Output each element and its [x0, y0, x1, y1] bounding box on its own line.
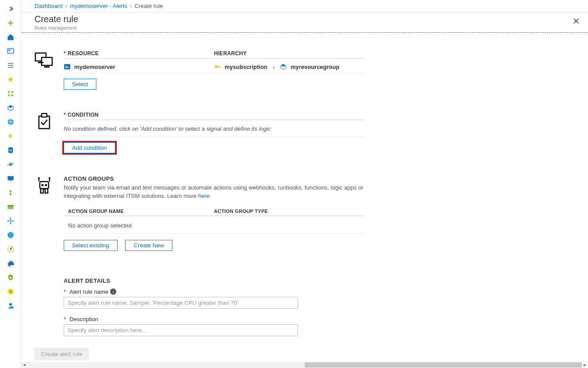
- action-groups-empty: No action group selected: [64, 216, 364, 234]
- dashboard-icon[interactable]: [0, 44, 21, 58]
- storage-accounts-icon[interactable]: [0, 200, 21, 214]
- virtual-machines-icon[interactable]: [0, 171, 21, 186]
- svg-point-19: [10, 223, 11, 224]
- cosmos-db-icon[interactable]: [0, 157, 21, 171]
- resource-section: *RESOURCE HIERARCHY My mydemoserver mysu…: [34, 50, 569, 90]
- breadcrumb-dashboard[interactable]: Dashboard: [34, 3, 63, 9]
- chevron-right-icon: ›: [273, 64, 275, 70]
- load-balancers-icon[interactable]: [0, 186, 21, 200]
- svg-rect-12: [10, 180, 12, 181]
- svg-point-17: [13, 220, 14, 222]
- svg-rect-39: [42, 114, 47, 117]
- subscription-key-icon: [214, 63, 221, 70]
- svg-rect-31: [38, 62, 43, 63]
- footer-bar: Create alert rule: [21, 346, 588, 362]
- virtual-networks-icon[interactable]: [0, 214, 21, 228]
- breadcrumb-server-alerts[interactable]: mydemoserver - Alerts: [70, 3, 127, 9]
- all-services-icon[interactable]: [0, 58, 21, 72]
- all-resources-icon[interactable]: [0, 87, 21, 101]
- svg-rect-40: [40, 182, 49, 189]
- svg-point-28: [11, 306, 14, 309]
- mysql-server-icon: My: [64, 63, 71, 70]
- svg-rect-11: [8, 176, 14, 180]
- condition-section: *CONDITION No condition defined, click o…: [34, 112, 569, 153]
- svg-rect-37: [219, 66, 220, 68]
- cost-management-icon[interactable]: $: [0, 285, 21, 299]
- svg-point-21: [10, 249, 11, 250]
- svg-point-44: [38, 177, 40, 179]
- svg-rect-4: [8, 95, 10, 97]
- action-groups-description: Notify your team via email and text mess…: [64, 184, 364, 201]
- chevron-right-icon: ›: [130, 3, 132, 9]
- expand-rail-button[interactable]: [0, 2, 21, 16]
- learn-more-link[interactable]: here: [198, 193, 210, 199]
- svg-rect-0: [8, 49, 14, 53]
- svg-rect-5: [11, 95, 14, 97]
- action-groups-section-icon: [34, 175, 55, 251]
- svg-rect-2: [8, 91, 10, 93]
- svg-rect-47: [41, 189, 43, 193]
- azure-ad-icon[interactable]: [0, 228, 21, 242]
- security-center-icon[interactable]: [0, 270, 21, 285]
- main-content: *RESOURCE HIERARCHY My mydemoserver mysu…: [21, 33, 583, 347]
- svg-point-42: [45, 184, 47, 186]
- breadcrumb-bar: Dashboard › mydemoserver - Alerts › Crea…: [21, 0, 588, 12]
- condition-header: *CONDITION: [64, 112, 99, 118]
- hierarchy-header: HIERARCHY: [214, 50, 364, 57]
- sql-databases-icon[interactable]: SQL: [0, 143, 21, 157]
- select-resource-button[interactable]: Select: [64, 79, 96, 90]
- horizontal-scrollbar[interactable]: ◄ ►: [21, 362, 588, 368]
- alert-details-section: ALERT DETAILS *Alert rule name i *Descri…: [34, 277, 569, 336]
- condition-empty-text: No condition defined, click on 'Add cond…: [64, 120, 364, 137]
- svg-rect-48: [45, 189, 48, 193]
- scroll-left-arrow-icon[interactable]: ◄: [21, 362, 27, 368]
- alert-rule-name-input[interactable]: [64, 297, 298, 309]
- advisor-icon[interactable]: [0, 256, 21, 270]
- svg-point-46: [49, 177, 50, 179]
- favorites-icon[interactable]: [0, 72, 21, 87]
- add-condition-button[interactable]: Add condition: [64, 142, 115, 153]
- svg-rect-1: [9, 49, 11, 51]
- alert-details-header: ALERT DETAILS: [64, 277, 364, 284]
- create-resource-icon[interactable]: [0, 16, 21, 30]
- alert-description-label: *Description: [64, 316, 364, 322]
- svg-rect-30: [42, 57, 52, 65]
- svg-rect-3: [11, 91, 14, 93]
- alert-description-input[interactable]: [64, 324, 298, 336]
- home-icon[interactable]: [0, 30, 21, 44]
- monitor-icon[interactable]: [0, 242, 21, 256]
- page-subtitle: Rules management: [34, 25, 78, 30]
- resource-group-icon: [280, 63, 287, 70]
- page-title: Create rule: [34, 14, 78, 24]
- svg-rect-14: [8, 205, 14, 206]
- svg-point-18: [10, 218, 11, 219]
- chevron-right-icon: ›: [65, 3, 67, 9]
- svg-point-16: [8, 220, 9, 222]
- svg-rect-38: [39, 116, 50, 129]
- svg-text:SQL: SQL: [8, 149, 13, 152]
- function-apps-icon[interactable]: [0, 129, 21, 143]
- action-group-type-header: ACTION GROUP TYPE: [214, 209, 360, 214]
- info-icon[interactable]: i: [110, 288, 116, 295]
- scroll-right-arrow-icon[interactable]: ►: [582, 362, 588, 368]
- create-alert-rule-button[interactable]: Create alert rule: [34, 348, 89, 360]
- resource-section-icon: [34, 50, 55, 90]
- close-blade-button[interactable]: ✕: [573, 16, 580, 27]
- svg-rect-24: [10, 277, 11, 279]
- resource-group-name: myresourcegroup: [290, 64, 340, 70]
- select-existing-action-group-button[interactable]: Select existing: [64, 240, 118, 251]
- help-support-icon[interactable]: [0, 299, 21, 313]
- resource-name: mydemoserver: [74, 64, 115, 70]
- svg-text:$: $: [10, 290, 12, 294]
- svg-point-15: [10, 220, 11, 222]
- svg-text:My: My: [65, 66, 69, 68]
- action-groups-section: ACTION GROUPS Notify your team via email…: [34, 175, 569, 251]
- left-nav-rail: SQL $: [0, 0, 21, 368]
- create-new-action-group-button[interactable]: Create New: [125, 240, 172, 251]
- action-group-name-header: ACTION GROUP NAME: [68, 209, 214, 214]
- app-services-icon[interactable]: [0, 115, 21, 129]
- condition-section-icon: [34, 112, 55, 153]
- svg-point-41: [42, 184, 44, 186]
- resource-groups-icon[interactable]: [0, 101, 21, 115]
- subscription-name: mysubscription: [225, 64, 267, 70]
